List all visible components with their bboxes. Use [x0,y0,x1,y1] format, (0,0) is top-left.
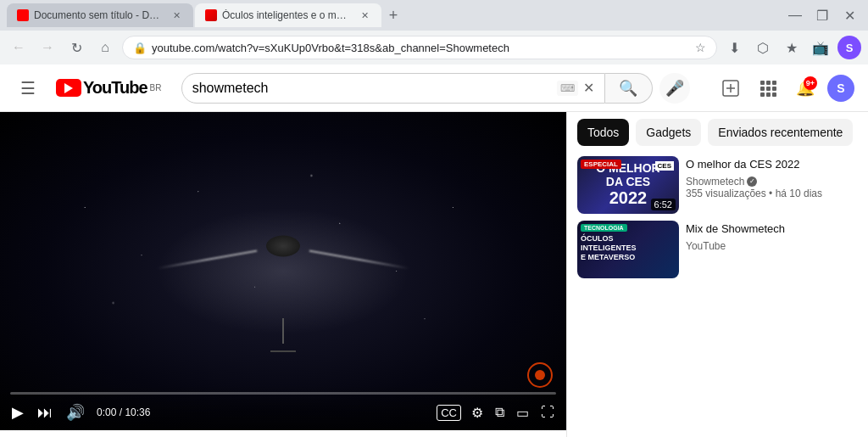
chip-gadgets[interactable]: Gadgets [636,119,701,146]
cast-icon[interactable]: 📺 [809,36,832,59]
video-area: ▶ ⏭ 🔊 0:00 / 10:36 CC ⚙ ⧉ [0,112,566,437]
create-button[interactable] [715,73,746,104]
sug-title-1: O melhor da CES 2022 [686,158,858,172]
svg-rect-9 [760,92,765,97]
watermark-circle [527,362,553,388]
thumb-2: TECNOLOGIA ÓCULOSINTELIGENTESE METAVERSO [577,221,679,278]
notification-badge: 9+ [804,76,817,90]
bookmark-icon[interactable]: ☆ [695,41,706,54]
user-avatar[interactable]: S [827,75,854,102]
video-controls: ▶ ⏭ 🔊 0:00 / 10:36 CC ⚙ ⧉ [0,385,566,430]
watermark-inner [535,370,545,380]
theatre-button[interactable]: ▭ [515,403,531,423]
miniplayer-button[interactable]: ⧉ [493,403,506,422]
svg-rect-8 [772,87,776,91]
svg-rect-11 [772,92,776,97]
tab-favicon-doc [17,9,29,21]
suggested-info-1: O melhor da CES 2022 Showmetech ✓ 355 vi… [686,156,858,214]
browser-chrome: Documento sem título - Docume... ✕ Óculo… [0,0,868,64]
suggested-item-2[interactable]: TECNOLOGIA ÓCULOSINTELIGENTESE METAVERSO… [577,221,858,278]
tab-close-active[interactable]: ✕ [358,8,371,22]
tab-bar-actions: — ❐ ✕ [783,3,861,27]
filter-chips: Todos Gadgets Enviados recentemente › [577,119,858,146]
controls-row: ▶ ⏭ 🔊 0:00 / 10:36 CC ⚙ ⧉ [10,401,556,423]
tab-inactive[interactable]: Documento sem título - Docume... ✕ [7,3,193,27]
watermark [527,362,553,388]
tab-title-inactive: Documento sem título - Docume... [34,9,161,21]
search-input[interactable] [192,81,557,96]
ces-badge: ESPECIAL [581,160,621,169]
home-button[interactable]: ⌂ [93,36,117,59]
chip-todos[interactable]: Todos [577,119,629,146]
download-icon[interactable]: ⬇ [722,36,746,59]
notifications-button[interactable]: 🔔 9+ [790,73,821,104]
ces-year: 2022 [609,188,648,208]
star-icon[interactable]: ★ [780,36,804,59]
tab-title-active: Óculos inteligentes e o metaver... [222,9,349,21]
fullscreen-button[interactable]: ⛶ [539,403,556,422]
video-player: ▶ ⏭ 🔊 0:00 / 10:36 CC ⚙ ⧉ [0,112,566,430]
address-bar-row: ← → ↻ ⌂ 🔒 youtube.com/watch?v=sXuKUp0Vrb… [0,31,868,64]
video-info: Óculos inteligentes e o metaverso [0,430,566,437]
ces-logo: CES [655,161,674,171]
wings [156,208,410,335]
sug-channel-2: YouTube [686,240,858,252]
thumb-oculos: TECNOLOGIA ÓCULOSINTELIGENTESE METAVERSO [577,221,679,278]
sug-channel-1: Showmetech ✓ [686,176,858,188]
suggested-info-2: Mix de Showmetech YouTube [686,221,858,278]
chip-enviados[interactable]: Enviados recentemente [708,119,853,146]
tab-bar-minimize[interactable]: — [783,3,807,27]
yt-header-right: 🔔 9+ S [715,73,854,104]
address-text: youtube.com/watch?v=sXuKUp0Vrbo&t=318s&a… [152,42,695,54]
yt-logo-icon [56,79,81,97]
oculos-badge: TECNOLOGIA [581,224,627,232]
yt-main: ▶ ⏭ 🔊 0:00 / 10:36 CC ⚙ ⧉ [0,112,868,437]
back-button[interactable]: ← [7,36,31,59]
tab-active[interactable]: Óculos inteligentes e o metaver... ✕ [195,3,381,27]
volume-button[interactable]: 🔊 [64,401,86,423]
svg-rect-4 [766,81,771,85]
address-icons: ☆ [695,41,706,54]
tab-bar: Documento sem título - Docume... ✕ Óculo… [0,0,868,31]
profile-icon[interactable]: S [837,36,861,59]
thumb-1: ESPECIAL O MELHORDA CES 2022 CES 6:52 [577,156,679,214]
thumb-duration-1: 6:52 [651,199,676,210]
apps-button[interactable] [753,73,783,104]
settings-button[interactable]: ⚙ [470,403,485,423]
play-button[interactable]: ▶ [10,401,25,423]
mic-button[interactable]: 🎤 [659,73,690,104]
search-kbd: ⌨ [557,81,578,96]
svg-rect-5 [772,81,776,85]
address-box[interactable]: 🔒 youtube.com/watch?v=sXuKUp0Vrbo&t=318s… [122,36,717,59]
ctrl-right: CC ⚙ ⧉ ▭ ⛶ [437,403,556,423]
yt-logo[interactable]: YouTube BR [56,78,161,98]
tab-close-inactive[interactable]: ✕ [170,8,183,22]
forward-button[interactable]: → [36,36,59,59]
tab-bar-close[interactable]: ✕ [837,3,861,27]
search-input-wrap: ⌨ ✕ [181,73,605,104]
video-background [0,112,566,430]
sug-meta-1: 355 visualizações • há 10 dias [686,188,858,199]
youtube-page: ☰ YouTube BR ⌨ ✕ 🔍 🎤 🔔 9+ [0,64,868,437]
oculos-title: ÓCULOSINTELIGENTESE METAVERSO [581,234,637,261]
subtitles-button[interactable]: CC [437,405,461,421]
yt-header: ☰ YouTube BR ⌨ ✕ 🔍 🎤 🔔 9+ [0,64,868,112]
yt-logo-country: BR [150,83,162,92]
yt-logo-text: YouTube [83,78,147,98]
svg-rect-7 [766,87,771,91]
suggested-item-1[interactable]: ESPECIAL O MELHORDA CES 2022 CES 6:52 O … [577,156,858,214]
search-clear-icon[interactable]: ✕ [583,80,594,96]
menu-button[interactable]: ☰ [14,71,42,105]
extension-icon[interactable]: ⬡ [751,36,775,59]
sidebar: Todos Gadgets Enviados recentemente › ES… [566,112,868,437]
video-content [0,112,566,430]
progress-bar[interactable] [10,392,556,395]
suggested-list: ESPECIAL O MELHORDA CES 2022 CES 6:52 O … [577,156,858,278]
refresh-button[interactable]: ↻ [64,36,88,59]
search-button[interactable]: 🔍 [605,73,653,104]
yt-search: ⌨ ✕ 🔍 🎤 [181,73,690,104]
skip-button[interactable]: ⏭ [36,402,54,423]
new-tab-button[interactable]: + [381,3,405,27]
tripod [270,318,296,352]
tab-bar-maximize[interactable]: ❐ [810,3,834,27]
